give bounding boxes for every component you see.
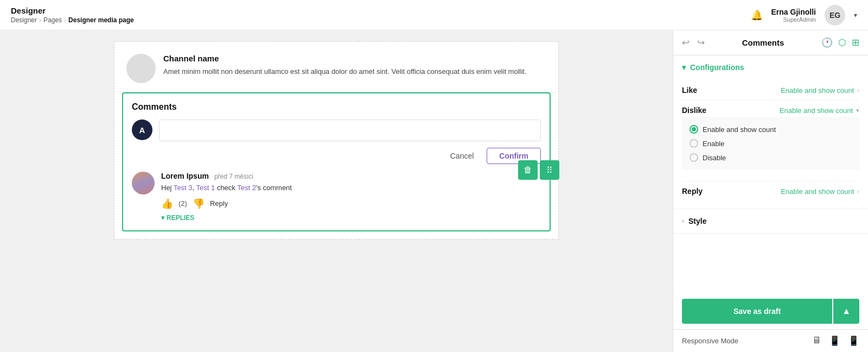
dislike-expanded-options: Enable and show count Enable Disable (682, 117, 859, 170)
comment-text-prefix: Hej (161, 184, 174, 192)
responsive-icons: 🖥 📱 📱 (812, 335, 859, 347)
user-role: SuperAdmin (783, 16, 816, 23)
channel-card: Channel name Amet minim mollit non deser… (114, 42, 558, 92)
save-expand-button[interactable]: ▲ (833, 299, 859, 324)
topnav: Designer Designer › Pages › Designer med… (0, 0, 868, 30)
channel-name: Channel name (163, 54, 546, 63)
panel-header: ↩ ↪ Comments 🕐 ⬡ ⊞ (673, 30, 868, 55)
style-chevron-icon: › (682, 217, 684, 225)
radio-circle-1 (690, 125, 698, 134)
reply-config-label: Reply (682, 187, 703, 196)
topnav-left: Designer Designer › Pages › Designer med… (11, 6, 134, 24)
breadcrumb: Designer › Pages › Designer media page (11, 16, 134, 24)
panel-header-icons: ↩ ↪ (682, 37, 705, 48)
replies-chevron-icon: ▾ (161, 214, 164, 222)
topnav-right: 🔔 Erna Gjinolli SuperAdmin EG ▾ (751, 5, 857, 26)
configurations-label: Configurations (690, 63, 744, 72)
reply-button[interactable]: Reply (210, 199, 228, 208)
dislike-value[interactable]: Enable and show count ▾ (780, 106, 859, 115)
reply-chevron-icon: › (857, 188, 859, 194)
mention-3[interactable]: Test 2 (237, 184, 256, 192)
responsive-row: Responsive Mode 🖥 📱 📱 (673, 329, 868, 352)
style-label: Style (688, 217, 706, 225)
channel-desc: Amet minim mollit non deserunt ullamco e… (163, 66, 546, 77)
save-draft-row: Save as draft ▲ (673, 299, 868, 324)
style-row[interactable]: › Style (673, 209, 868, 234)
dislike-option-3-label: Disable (703, 154, 726, 162)
mention-2[interactable]: Test 1 (196, 184, 215, 192)
save-draft-button[interactable]: Save as draft (682, 299, 832, 324)
undo-icon[interactable]: ↩ (682, 37, 690, 48)
dislike-icon[interactable]: 👎 (193, 198, 205, 210)
comment-actions: Cancel Confirm (159, 148, 541, 164)
comment-user-avatar (132, 172, 155, 194)
delete-button[interactable]: 🗑 (518, 160, 538, 180)
configurations-header[interactable]: ▾ Configurations (682, 63, 859, 72)
breadcrumb-designer[interactable]: Designer (11, 16, 37, 24)
dislike-option-disable[interactable]: Disable (690, 150, 852, 165)
right-panel: ↩ ↪ Comments 🕐 ⬡ ⊞ ▾ Configurations Like… (673, 30, 868, 352)
like-count: (2) (178, 199, 187, 208)
replies-toggle[interactable]: ▾ REPLIES (161, 214, 541, 222)
dislike-option-2-label: Enable (703, 140, 724, 148)
like-value-text: Enable and show count (781, 86, 854, 95)
comment-body: Lorem Ipsum před 7 měsíci Hej Test 3, Te… (161, 172, 541, 222)
commenter-initial: A (139, 125, 145, 135)
comments-widget: Comments A Cancel Confirm (122, 92, 551, 231)
user-menu-chevron-icon[interactable]: ▾ (854, 11, 857, 19)
panel-footer: Save as draft ▲ Responsive Mode 🖥 📱 📱 (673, 291, 868, 352)
like-label: Like (682, 86, 697, 95)
cancel-button[interactable]: Cancel (444, 148, 481, 164)
dislike-option-1-label: Enable and show count (703, 125, 776, 134)
comment-input[interactable] (159, 120, 541, 141)
reply-value[interactable]: Enable and show count › (781, 187, 859, 196)
tablet-icon[interactable]: 📱 (829, 335, 840, 347)
history-icon[interactable]: 🕐 (821, 37, 833, 48)
dislike-option-enable[interactable]: Enable (690, 136, 852, 150)
mobile-icon[interactable]: 📱 (848, 335, 859, 347)
panel-right-icons: 🕐 ⬡ ⊞ (821, 37, 859, 48)
breadcrumb-sep1: › (39, 16, 41, 24)
dislike-option-enable-show[interactable]: Enable and show count (690, 122, 852, 136)
commenter-avatar: A (132, 120, 152, 140)
like-config-row: Like Enable and show count › (682, 80, 859, 100)
avatar[interactable]: EG (825, 5, 845, 26)
radio-circle-2 (690, 139, 698, 148)
canvas-content: Channel name Amet minim mollit non deser… (114, 41, 559, 240)
panel-title: Comments (742, 38, 784, 47)
configurations-chevron-icon: ▾ (682, 63, 686, 72)
canvas-area: Channel name Amet minim mollit non deser… (0, 30, 673, 352)
main-layout: Channel name Amet minim mollit non deser… (0, 30, 868, 352)
configurations-section: ▾ Configurations Like Enable and show co… (673, 55, 868, 209)
drag-handle-button[interactable]: ⠿ (540, 160, 559, 180)
breadcrumb-pages[interactable]: Pages (43, 16, 62, 24)
avatar-initials: EG (829, 11, 840, 20)
user-name: Erna Gjinolli (771, 8, 816, 16)
mention-1[interactable]: Test 3 (174, 184, 193, 192)
comment-input-row: A (132, 120, 541, 141)
save-expand-icon: ▲ (842, 306, 851, 316)
comment-header: Lorem Ipsum před 7 měsíci (161, 172, 541, 180)
radio-inner-1 (692, 127, 696, 131)
replies-label: REPLIES (167, 214, 194, 222)
comment-text: Hej Test 3, Test 1 check Test 2's commen… (161, 183, 541, 193)
redo-icon[interactable]: ↪ (697, 37, 705, 48)
dislike-value-text: Enable and show count (780, 106, 853, 115)
comment-reactions: 👍 (2) 👎 Reply (161, 198, 541, 210)
radio-circle-3 (690, 153, 698, 162)
app-title: Designer (11, 6, 134, 15)
responsive-label: Responsive Mode (682, 337, 738, 345)
dislike-label: Dislike (682, 106, 706, 115)
grid-icon[interactable]: ⊞ (852, 37, 859, 48)
layers-icon[interactable]: ⬡ (838, 37, 846, 48)
desktop-icon[interactable]: 🖥 (812, 335, 821, 347)
comments-widget-title: Comments (132, 102, 541, 112)
notification-bell-icon[interactable]: 🔔 (751, 9, 763, 21)
channel-content: Channel name Amet minim mollit non deser… (163, 54, 546, 77)
widget-toolbar: 🗑 ⠿ (518, 160, 559, 180)
user-info: Erna Gjinolli SuperAdmin (771, 8, 816, 23)
like-icon[interactable]: 👍 (161, 198, 173, 210)
breadcrumb-current: Designer media page (68, 16, 134, 24)
dislike-config-row: Dislike Enable and show count ▾ Enable a… (682, 100, 859, 181)
like-value[interactable]: Enable and show count › (781, 86, 859, 95)
